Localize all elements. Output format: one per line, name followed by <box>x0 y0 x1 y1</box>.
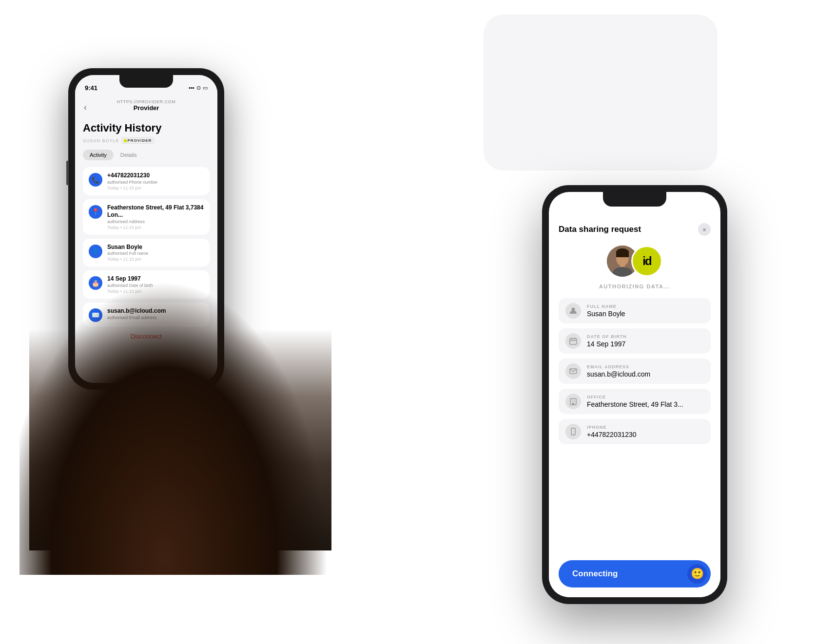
tab-buttons: Activity Details <box>83 150 210 160</box>
phone-side-button <box>66 161 69 185</box>
office-value: Featherstone Street, 49 Flat 3... <box>587 400 704 408</box>
right-phone-frame: Data sharing request × <box>542 185 727 604</box>
field-office-content: OFFICE Featherstone Street, 49 Flat 3... <box>587 395 704 408</box>
full-name-value: Susan Boyle <box>587 310 704 318</box>
activity-subtitle: SUSAN BOYLE PROVIDER <box>83 137 210 144</box>
activity-item-0: 📞 +447822031230 authorised Phone number … <box>83 167 210 195</box>
connecting-spinner: 🙂 <box>687 564 707 584</box>
right-phone-screen: Data sharing request × <box>549 192 720 597</box>
dob-value: 14 Sep 1997 <box>587 340 704 348</box>
svg-point-20 <box>573 434 574 435</box>
right-phone-notch <box>603 192 666 207</box>
email-value: susan.b@icloud.com <box>587 370 704 378</box>
subtitle-name: SUSAN BOYLE <box>83 138 119 143</box>
battery-icon: ▭ <box>203 85 208 91</box>
activity-time-0: Today • 11:15 pm <box>107 186 204 190</box>
provider-badge-dot <box>124 139 127 142</box>
activity-label-0: authorised Phone number <box>107 180 204 185</box>
modal-header: Data sharing request × <box>559 223 711 236</box>
phone-svg-icon <box>569 428 577 436</box>
status-icons: ▪▪▪ ⊙ ▭ <box>189 85 208 91</box>
building-svg-icon <box>569 398 577 405</box>
activity-text-0: +447822031230 authorised Phone number To… <box>107 172 204 190</box>
office-label: OFFICE <box>587 395 704 399</box>
field-dob-content: DATE OF BIRTH 14 Sep 1997 <box>587 334 704 348</box>
field-phone-content: IPHONE +447822031230 <box>587 425 704 438</box>
field-email: EMAIL ADDRESS susan.b@icloud.com <box>559 359 711 384</box>
phone-notch <box>119 75 173 88</box>
field-phone-icon <box>565 424 581 439</box>
field-building-icon <box>565 394 581 409</box>
svg-rect-8 <box>570 339 577 344</box>
full-name-label: FULL NAME <box>587 304 704 309</box>
field-full-name-content: FULL NAME Susan Boyle <box>587 304 704 318</box>
url-text: HTTPS://IPROVIDER.COM <box>117 99 176 104</box>
hand-body <box>19 258 341 575</box>
field-dob: DATE OF BIRTH 14 Sep 1997 <box>559 328 711 354</box>
modal-close-button[interactable]: × <box>698 223 711 236</box>
field-email-icon <box>565 363 581 379</box>
phone-label: IPHONE <box>587 425 704 430</box>
signal-icon: ▪▪▪ <box>189 85 194 91</box>
provider-badge-label: PROVIDER <box>128 138 152 143</box>
field-email-content: EMAIL ADDRESS susan.b@icloud.com <box>587 364 704 378</box>
modal-title: Data sharing request <box>559 225 641 234</box>
wifi-icon: ⊙ <box>196 85 201 91</box>
field-calendar-icon <box>565 333 581 349</box>
provider-badge: PROVIDER <box>121 137 155 144</box>
field-phone: IPHONE +447822031230 <box>559 419 711 444</box>
spinner-icon: 🙂 <box>691 568 704 580</box>
activity-value-0: +447822031230 <box>107 172 204 180</box>
connecting-button[interactable]: Connecting 🙂 <box>559 560 711 587</box>
avatar-section: id <box>559 246 711 277</box>
connecting-label: Connecting <box>572 569 618 579</box>
url-bar: HTTPS://IPROVIDER.COM Provider <box>75 99 217 112</box>
email-label: EMAIL ADDRESS <box>587 364 704 369</box>
back-button[interactable]: ‹ <box>84 102 87 113</box>
email-svg-icon <box>569 367 577 375</box>
field-office: OFFICE Featherstone Street, 49 Flat 3... <box>559 389 711 414</box>
activity-title: Activity History <box>83 122 210 134</box>
data-sharing-modal: Data sharing request × <box>549 213 720 597</box>
dob-label: DATE OF BIRTH <box>587 334 704 339</box>
person-svg-icon <box>569 307 577 315</box>
provider-name: Provider <box>134 104 159 112</box>
field-full-name: FULL NAME Susan Boyle <box>559 298 711 323</box>
id-badge: id <box>631 246 662 277</box>
phone-icon: 📞 <box>89 173 102 187</box>
calendar-svg-icon <box>569 337 577 345</box>
tab-details[interactable]: Details <box>114 150 144 160</box>
status-time: 9:41 <box>85 84 97 92</box>
phone-value: +447822031230 <box>587 431 704 438</box>
svg-rect-4 <box>616 252 629 257</box>
svg-rect-18 <box>572 403 574 405</box>
field-person-icon <box>565 303 581 319</box>
authorizing-text: AUTHORIZING DATA... <box>559 284 711 289</box>
tab-activity[interactable]: Activity <box>83 150 114 160</box>
